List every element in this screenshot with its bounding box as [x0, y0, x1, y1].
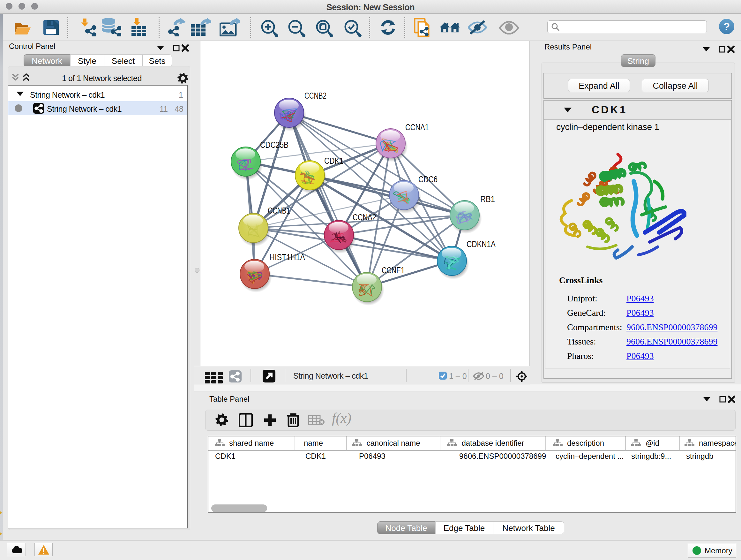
svg-text:CDK1: CDK1 [324, 156, 343, 166]
svg-text:CCNB2: CCNB2 [305, 91, 327, 101]
svg-text:RB1: RB1 [480, 194, 495, 204]
svg-text:CDC6: CDC6 [418, 175, 437, 184]
svg-text:CCNB1: CCNB1 [268, 206, 290, 215]
svg-text:CDKN1A: CDKN1A [467, 240, 495, 249]
svg-text:CCNA2: CCNA2 [353, 212, 376, 222]
svg-text:CDC25B: CDC25B [260, 140, 288, 150]
svg-text:HIST1H1A: HIST1H1A [269, 253, 305, 262]
svg-text:CCNE1: CCNE1 [382, 266, 405, 275]
svg-text:CCNA1: CCNA1 [405, 123, 429, 132]
